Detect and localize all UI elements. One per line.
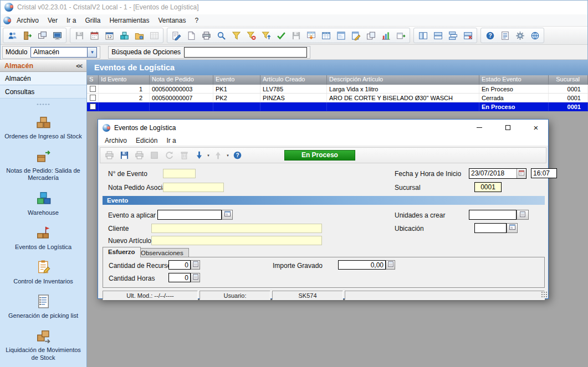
row-checkbox[interactable] [90,95,96,101]
table-view-button[interactable] [319,29,333,42]
sidebar-item-generaci-n-de-picking-list[interactable]: Generación de picking list [2,294,84,319]
filter-button[interactable] [229,29,243,42]
menu-item-ir-a[interactable]: Ir a [62,15,80,25]
drag-handle[interactable] [37,103,50,106]
previous-record-button[interactable] [212,149,225,162]
menu-item-item[interactable]: ? [190,15,203,25]
settings-button[interactable] [513,29,527,42]
dialog-title-bar[interactable]: Eventos de Logística × [98,120,548,136]
calendar-button[interactable] [87,29,101,42]
cantidad-recursos-input[interactable] [168,260,191,270]
table-row[interactable]: En Proceso0001 [87,102,588,111]
stop-button[interactable] [147,149,161,162]
nuevo-articulo-input[interactable] [151,236,322,245]
table-row[interactable]: 2000500000007PK2PINZASARO DE CORTE Y BIS… [87,94,588,102]
importe-calc-button[interactable] [386,260,395,270]
close-panes-button[interactable] [461,29,475,42]
print-button[interactable] [132,149,146,162]
menu-item-ventanas[interactable]: Ventanas [154,15,190,25]
filter-sort-button[interactable] [259,29,273,42]
validate-button[interactable] [274,29,288,42]
sidebar-item-control-de-inventarios[interactable]: Control de Inventarios [2,260,84,285]
next-record-button[interactable] [192,149,206,162]
table-row[interactable]: 1000500000003PK1LLV785Larga Vida x 1litr… [87,85,588,94]
split-vertical-button[interactable] [416,29,430,42]
sidebar-item-liquidaci-n-de-movimientos-de-stock[interactable]: Liquidación de Movimientos de Stock [2,328,84,361]
chart-button[interactable] [379,29,393,42]
calendar-picker-button[interactable] [517,169,526,178]
menu-item-herramientas[interactable]: Herramientas [105,15,154,25]
exit-button[interactable] [20,29,34,42]
sidebar-group-consultas[interactable]: Consultas [0,85,86,99]
packages-button[interactable] [117,29,131,42]
previous-record-button-dropdown[interactable]: ▼ [226,154,229,157]
split-horizontal-button[interactable] [431,29,445,42]
sucursal-input[interactable] [474,182,502,192]
search-input[interactable] [184,47,307,58]
network-button[interactable] [528,29,542,42]
sidebar-collapse-button[interactable]: << [76,63,82,69]
row-checkbox[interactable] [90,104,96,110]
save-grid-button[interactable] [289,29,303,42]
cantidad-horas-input[interactable] [168,273,191,282]
filter-clear-button[interactable] [244,29,258,42]
users-button[interactable] [5,29,19,42]
recursos-calc-button[interactable] [191,260,200,270]
chevron-down-icon[interactable]: ▼ [87,48,96,57]
sidebar-item-ordenes-de-ingreso-al-stock[interactable]: Ordenes de Ingreso al Stock [2,115,84,140]
table-button[interactable] [147,29,161,42]
column-header-sucursal[interactable]: Sucursal [549,75,588,85]
calendar-12-button[interactable]: 12 [102,29,116,42]
ubicacion-lookup-button[interactable] [507,223,518,233]
column-header-id-evento[interactable]: Id Evento [99,75,150,85]
print-button[interactable] [199,29,213,42]
sidebar-item-eventos-de-log-stica[interactable]: Eventos de Logística [2,225,84,251]
form-edit-button[interactable] [349,29,363,42]
sidebar-item-notas-de-pedido-salida-de-mercader-a[interactable]: Notas de Pedido: Salida de Mercadería [2,149,84,182]
column-header-art-culo-creado[interactable]: Artículo Creado [260,75,327,85]
fecha-input[interactable]: 23/07/2018 [469,168,526,179]
refresh-button[interactable] [162,149,176,162]
monitor-button[interactable] [50,29,64,42]
close-button[interactable]: × [524,120,548,136]
duplicate-window-button[interactable] [364,29,378,42]
hora-input[interactable] [531,168,557,178]
module-select[interactable]: Almacén ▼ [30,47,97,58]
horas-calc-button[interactable] [191,273,200,282]
resize-grip[interactable] [541,291,547,297]
cliente-input[interactable] [151,224,322,233]
tab-observaciones[interactable]: Observaciones [135,248,189,257]
print-preview-button[interactable] [103,149,116,162]
save-button[interactable] [117,149,131,162]
help-button[interactable]: ? [483,29,497,42]
open-folder-button[interactable] [132,29,146,42]
import-table-button[interactable] [304,29,318,42]
export-table-button[interactable] [393,29,408,42]
column-header-s[interactable]: S [87,75,99,85]
report-button[interactable] [498,29,512,42]
minimize-button[interactable] [467,120,492,136]
estado-evento-button[interactable]: En Proceso [284,150,355,161]
column-header-nota-de-pedido[interactable]: Nota de Pedido [150,75,213,85]
search-button[interactable] [214,29,228,42]
column-header-evento[interactable]: Evento [213,75,260,85]
maximize-button[interactable] [495,120,520,136]
sidebar-group-almacen[interactable]: Almacén [0,72,86,85]
evento-aplicar-input[interactable] [157,210,222,220]
dialog-menu-item-edici-n[interactable]: Edición [131,136,162,145]
edit-button[interactable] [169,29,183,42]
delete-button[interactable] [177,149,191,162]
tab-esfuerzo[interactable]: Esfuerzo [103,247,141,257]
column-header-descripci-n-art-culo[interactable]: Descripción Artículo [327,75,479,85]
evento-lookup-button[interactable] [222,210,233,220]
unidades-calc-button[interactable] [517,210,529,220]
form-view-button[interactable] [334,29,348,42]
menu-item-ver[interactable]: Ver [43,15,62,25]
copy-window-button[interactable] [35,29,49,42]
nro-evento-input[interactable] [163,169,196,178]
dialog-menu-item-archivo[interactable]: Archivo [100,136,131,145]
help-button[interactable]: ? [231,149,244,162]
cascade-button[interactable] [446,29,460,42]
next-record-button-dropdown[interactable]: ▼ [207,154,210,157]
menu-item-archivo[interactable]: Archivo [12,15,43,25]
